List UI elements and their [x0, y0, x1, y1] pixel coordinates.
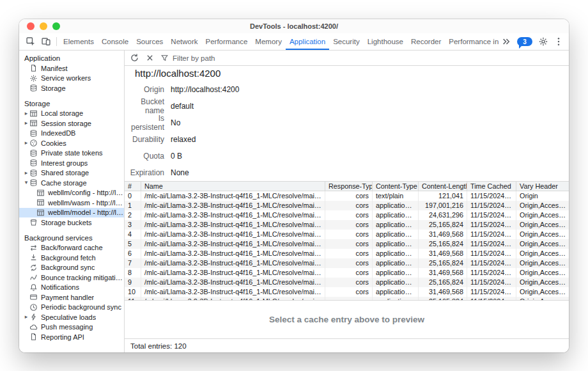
cell-response-type: cors — [325, 220, 373, 230]
cell-vary-header: Origin,Access... — [516, 287, 569, 297]
sidebar-item-indexeddb[interactable]: IndexedDB — [19, 129, 124, 139]
cell-content-length: 24,631,296 — [419, 210, 467, 220]
chevron-right-icon[interactable]: ▸ — [23, 120, 29, 126]
devtools-body: ApplicationManifestService workersStorag… — [19, 51, 569, 352]
sidebar-item-storage[interactable]: Storage — [19, 83, 124, 93]
sidebar-item-private-state-tokens[interactable]: Private state tokens — [19, 148, 124, 159]
issues-count: 3 — [517, 37, 532, 46]
detail-value: None — [171, 168, 189, 177]
sidebar-item-label: Cache storage — [41, 179, 87, 187]
tab-recorder[interactable]: Recorder — [407, 33, 445, 50]
cell-response-type: cors — [325, 191, 373, 201]
cache-entry-row[interactable]: 9/mlc-ai/Llama-3.2-3B-Instruct-q4f16_1-M… — [125, 278, 569, 287]
cell-: 5 — [125, 239, 141, 249]
cache-entry-row[interactable]: 6/mlc-ai/Llama-3.2-3B-Instruct-q4f16_1-M… — [125, 249, 569, 258]
sidebar-item-speculative-loads[interactable]: ▸Speculative loads — [19, 312, 124, 322]
cache-entry-row[interactable]: 10/mlc-ai/Llama-3.2-3B-Instruct-q4f16_1-… — [125, 287, 569, 297]
tab-console[interactable]: Console — [98, 33, 132, 50]
chevron-down-icon[interactable]: ▾ — [23, 180, 29, 186]
issues-badge[interactable]: 3 — [517, 37, 532, 46]
sidebar-item-background-sync[interactable]: Background sync — [19, 263, 124, 273]
cache-entry-row[interactable]: 2/mlc-ai/Llama-3.2-3B-Instruct-q4f16_1-M… — [125, 210, 569, 220]
cache-entry-row[interactable]: 5/mlc-ai/Llama-3.2-3B-Instruct-q4f16_1-M… — [125, 239, 569, 249]
sidebar-item-label: IndexedDB — [41, 129, 75, 137]
minimize-window-button[interactable] — [40, 22, 47, 30]
column-header-vary-header[interactable]: Vary Header — [516, 182, 569, 191]
cell-vary-header: Origin,Access... — [516, 220, 569, 230]
refresh-icon[interactable] — [130, 53, 139, 63]
sidebar-item-interest-groups[interactable]: Interest groups — [19, 158, 124, 168]
cache-entry-row[interactable]: 1/mlc-ai/Llama-3.2-3B-Instruct-q4f16_1-M… — [125, 201, 569, 210]
tab-memory[interactable]: Memory — [251, 33, 286, 50]
filter-funnel-icon — [160, 54, 169, 62]
sidebar-item-webllm-wasm-http-loca[interactable]: webllm/wasm - http://loca... — [19, 198, 124, 208]
sidebar-item-notifications[interactable]: Notifications — [19, 283, 124, 293]
database-icon — [29, 149, 38, 157]
cache-entry-row[interactable]: 0/mlc-ai/Llama-3.2-3B-Instruct-q4f16_1-M… — [125, 191, 569, 201]
tab-performance-insights[interactable]: Performance insights — [445, 33, 499, 50]
sidebar-item-session-storage[interactable]: ▸Session storage — [19, 118, 124, 129]
device-toolbar-icon[interactable] — [41, 36, 51, 47]
column-header-time-cached[interactable]: Time Cached — [467, 182, 516, 191]
sidebar-item-payment-handler[interactable]: Payment handler — [19, 292, 124, 303]
cache-toolbar: Filter by path — [125, 51, 569, 66]
zoom-window-button[interactable] — [52, 22, 60, 30]
sidebar-item-label: Local storage — [41, 109, 83, 117]
sidebar-item-bounce-tracking-mitigations[interactable]: Bounce tracking mitigations — [19, 272, 124, 283]
tab-elements[interactable]: Elements — [59, 33, 98, 50]
sidebar-item-manifest[interactable]: Manifest — [19, 63, 124, 74]
cell-: 6 — [125, 249, 141, 258]
sidebar-item-push-messaging[interactable]: Push messaging — [19, 322, 124, 333]
tab-sources[interactable]: Sources — [132, 33, 167, 50]
sidebar-item-local-storage[interactable]: ▸Local storage — [19, 109, 124, 119]
tab-security[interactable]: Security — [329, 33, 364, 50]
settings-gear-icon[interactable] — [538, 36, 548, 47]
more-tabs-icon[interactable] — [501, 36, 511, 47]
sidebar-item-shared-storage[interactable]: ▸Shared storage — [19, 168, 124, 178]
sidebar-item-periodic-background-sync[interactable]: Periodic background sync — [19, 303, 124, 313]
column-header-name[interactable]: Name — [141, 182, 325, 191]
column-header-[interactable]: # — [125, 182, 141, 191]
chevron-right-icon[interactable]: ▸ — [23, 314, 29, 320]
chevron-right-icon[interactable]: ▸ — [23, 140, 29, 146]
cache-entry-row[interactable]: 7/mlc-ai/Llama-3.2-3B-Instruct-q4f16_1-M… — [125, 258, 569, 268]
sidebar-item-webllm-model-http-loc[interactable]: webllm/model - http://loc... — [19, 208, 124, 218]
sidebar-item-background-fetch[interactable]: Background fetch — [19, 253, 124, 263]
column-header-response-type[interactable]: Response-Type — [325, 182, 373, 191]
cache-entry-row[interactable]: 4/mlc-ai/Llama-3.2-3B-Instruct-q4f16_1-M… — [125, 230, 569, 239]
column-header-content-type[interactable]: Content-Type — [373, 182, 419, 191]
sidebar-item-webllm-config-http-loc[interactable]: webllm/config - http://loc... — [19, 188, 124, 198]
tab-application[interactable]: Application — [286, 33, 329, 50]
delete-selected-icon[interactable] — [145, 53, 155, 63]
sidebar-item-service-workers[interactable]: Service workers — [19, 74, 124, 84]
cell-content-length: 31,469,568 — [419, 287, 467, 297]
sidebar-item-back-forward-cache[interactable]: Back/forward cache — [19, 243, 124, 253]
tab-lighthouse[interactable]: Lighthouse — [364, 33, 407, 50]
cell-content-length: 31,469,568 — [419, 230, 467, 239]
cache-entry-row[interactable]: 3/mlc-ai/Llama-3.2-3B-Instruct-q4f16_1-M… — [125, 220, 569, 230]
cell-content-type: text/plain — [373, 191, 419, 201]
chevron-right-icon[interactable]: ▸ — [23, 111, 29, 116]
close-window-button[interactable] — [27, 22, 35, 30]
cache-entry-row[interactable]: 8/mlc-ai/Llama-3.2-3B-Instruct-q4f16_1-M… — [125, 268, 569, 278]
menu-dots-icon[interactable] — [553, 36, 564, 47]
sidebar-item-label: Storage — [41, 84, 66, 92]
filter-input[interactable]: Filter by path — [160, 54, 215, 62]
tab-performance[interactable]: Performance — [202, 33, 252, 50]
sidebar-item-cookies[interactable]: ▸Cookies — [19, 138, 124, 148]
sidebar-item-reporting-api[interactable]: Reporting API — [19, 332, 124, 342]
inspect-element-icon[interactable] — [26, 36, 36, 47]
tab-network[interactable]: Network — [167, 33, 201, 50]
titlebar: DevTools - localhost:4200/ — [19, 19, 569, 33]
document-icon — [29, 333, 38, 341]
cell-content-type: application/oc... — [373, 249, 419, 258]
sidebar-item-storage-buckets[interactable]: Storage buckets — [19, 217, 124, 228]
column-header-content-length[interactable]: Content-Length — [419, 182, 467, 191]
devtools-window: DevTools - localhost:4200/ ElementsConso… — [19, 19, 569, 352]
cell-name: /mlc-ai/Llama-3.2-3B-Instruct-q4f16_1-ML… — [141, 268, 325, 278]
cell-vary-header: Origin,Access... — [516, 230, 569, 239]
sidebar-item-cache-storage[interactable]: ▾Cache storage — [19, 178, 124, 188]
table-icon — [29, 119, 38, 127]
chevron-right-icon[interactable]: ▸ — [23, 170, 29, 176]
tab-label: Network — [171, 38, 197, 45]
